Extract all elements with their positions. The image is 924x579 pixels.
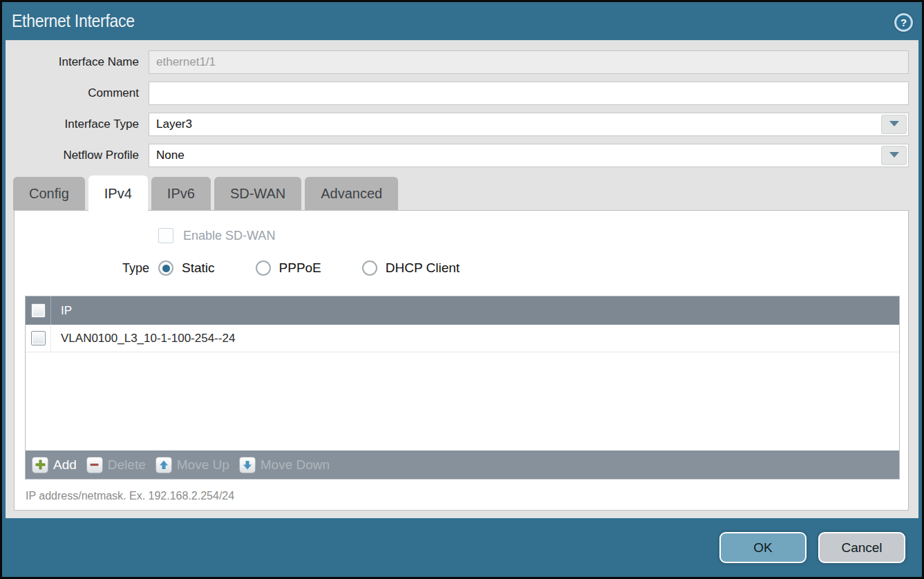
minus-icon (86, 457, 103, 473)
ip-table-toolbar: Add Delete Move Up (26, 450, 899, 479)
dialog-body: Interface Name Comment Interface Type La… (6, 40, 918, 518)
tab-advanced[interactable]: Advanced (305, 177, 398, 210)
interface-name-field-wrap (149, 50, 909, 74)
delete-button[interactable]: Delete (86, 457, 146, 473)
help-icon[interactable]: ? (894, 13, 913, 32)
form-row-netflow-profile: Netflow Profile None (6, 144, 909, 167)
ip-cell: VLAN0100_L3_10-1-100-254--24 (51, 332, 235, 345)
ok-button[interactable]: OK (719, 532, 807, 563)
move-up-button[interactable]: Move Up (155, 457, 229, 473)
radio-static[interactable] (158, 260, 173, 276)
interface-name-label: Interface Name (6, 55, 139, 69)
dialog-title: Ethernet Interface (12, 11, 135, 31)
radio-group-dhcp-client: DHCP Client (362, 260, 460, 276)
type-label: Type (15, 261, 149, 276)
radio-pppoe[interactable] (256, 260, 271, 276)
comment-label: Comment (6, 86, 139, 100)
plus-icon (32, 457, 48, 473)
table-row[interactable]: VLAN0100_L3_10-1-100-254--24 (26, 325, 899, 352)
netflow-profile-label: Netflow Profile (6, 149, 139, 162)
ip-format-hint: IP address/netmask. Ex. 192.168.2.254/24 (26, 490, 908, 502)
help-glyph: ? (901, 17, 907, 28)
enable-sdwan-label: Enable SD-WAN (183, 229, 275, 243)
dialog-titlebar: Ethernet Interface ? (2, 2, 922, 40)
row-checkbox[interactable] (31, 331, 46, 345)
comment-input[interactable] (149, 82, 908, 104)
cancel-button[interactable]: Cancel (818, 532, 905, 563)
enable-sdwan-row: Enable SD-WAN (158, 227, 908, 244)
netflow-profile-select[interactable]: None (149, 144, 909, 167)
arrow-up-icon (155, 457, 172, 473)
tabs-bar: Config IPv4 IPv6 SD-WAN Advanced (6, 175, 909, 210)
interface-name-input (149, 51, 908, 73)
delete-button-label: Delete (108, 457, 146, 473)
ethernet-interface-dialog: Ethernet Interface ? Interface Name Comm… (0, 0, 924, 579)
dialog-footer: OK Cancel (2, 518, 922, 577)
arrow-down-icon (239, 457, 256, 473)
radio-static-label: Static (182, 260, 215, 276)
netflow-profile-dropdown-button[interactable] (881, 146, 907, 165)
comment-field-wrap (149, 82, 909, 105)
move-down-button-label: Move Down (261, 457, 330, 473)
add-button[interactable]: Add (32, 457, 77, 473)
ip-table: IP VLAN0100_L3_10-1-100-254--24 (25, 296, 900, 480)
tab-ipv6[interactable]: IPv6 (151, 177, 211, 210)
tab-sd-wan[interactable]: SD-WAN (214, 177, 301, 210)
form-row-comment: Comment (6, 82, 909, 105)
radio-pppoe-label: PPPoE (279, 260, 321, 276)
netflow-profile-value: None (149, 149, 881, 162)
tab-config[interactable]: Config (13, 177, 85, 210)
ipv4-tab-panel: Enable SD-WAN Type Static PPPoE DHCP Cli… (14, 210, 909, 511)
move-down-button[interactable]: Move Down (239, 457, 330, 473)
row-check-cell (26, 325, 51, 352)
interface-type-value: Layer3 (149, 117, 881, 131)
chevron-down-icon (888, 149, 901, 162)
tab-ipv4[interactable]: IPv4 (88, 175, 148, 211)
interface-type-select[interactable]: Layer3 (149, 113, 909, 136)
move-up-button-label: Move Up (177, 457, 229, 473)
select-all-checkbox[interactable] (31, 303, 46, 318)
radio-group-static: Static (158, 260, 215, 276)
interface-type-dropdown-button[interactable] (881, 115, 907, 134)
ip-table-body: VLAN0100_L3_10-1-100-254--24 (26, 325, 899, 450)
interface-type-label: Interface Type (6, 117, 139, 131)
radio-dhcp-client[interactable] (362, 260, 377, 276)
add-button-label: Add (53, 457, 77, 473)
ip-table-header: IP (26, 296, 899, 325)
type-row: Type Static PPPoE DHCP Client (15, 259, 908, 277)
ip-column-header: IP (51, 304, 72, 318)
radio-dhcp-client-label: DHCP Client (386, 260, 460, 276)
header-check-cell (26, 296, 51, 325)
form-row-interface-name: Interface Name (6, 50, 909, 74)
enable-sdwan-checkbox (158, 228, 173, 243)
form-row-interface-type: Interface Type Layer3 (6, 113, 909, 136)
chevron-down-icon (888, 117, 901, 131)
radio-group-pppoe: PPPoE (256, 260, 321, 276)
